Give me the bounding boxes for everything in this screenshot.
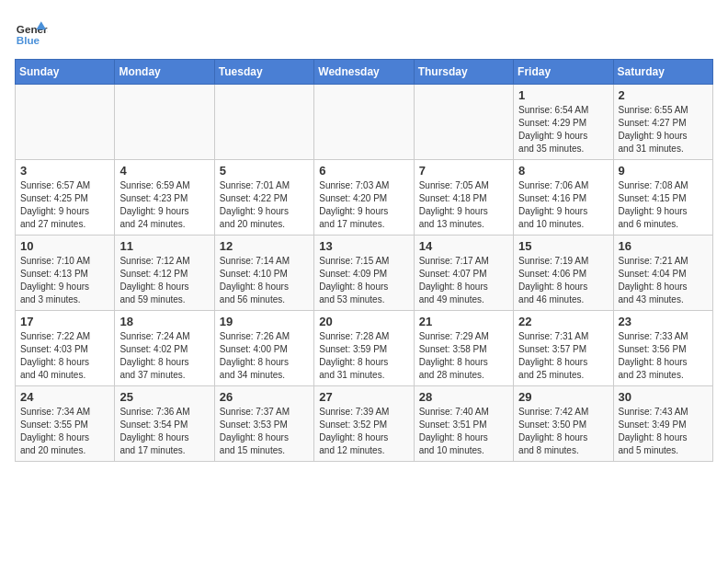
day-info: Sunrise: 7:01 AM Sunset: 4:22 PM Dayligh…	[220, 179, 309, 231]
calendar-cell: 23Sunrise: 7:33 AM Sunset: 3:56 PM Dayli…	[613, 311, 712, 386]
calendar-week-row: 24Sunrise: 7:34 AM Sunset: 3:55 PM Dayli…	[16, 386, 713, 462]
column-header-saturday: Saturday	[613, 60, 712, 85]
calendar-week-row: 17Sunrise: 7:22 AM Sunset: 4:03 PM Dayli…	[16, 311, 713, 386]
calendar-cell: 13Sunrise: 7:15 AM Sunset: 4:09 PM Dayli…	[314, 236, 414, 311]
column-header-friday: Friday	[514, 60, 613, 85]
calendar-cell	[214, 85, 313, 160]
day-info: Sunrise: 7:26 AM Sunset: 4:00 PM Dayligh…	[220, 330, 309, 382]
day-number: 3	[20, 164, 109, 178]
day-number: 13	[319, 239, 408, 253]
column-header-sunday: Sunday	[16, 60, 115, 85]
day-info: Sunrise: 6:57 AM Sunset: 4:25 PM Dayligh…	[20, 179, 109, 231]
svg-text:Blue: Blue	[17, 34, 40, 46]
day-number: 19	[220, 315, 309, 328]
calendar-cell: 18Sunrise: 7:24 AM Sunset: 4:02 PM Dayli…	[115, 311, 214, 386]
day-number: 7	[419, 164, 508, 178]
day-info: Sunrise: 7:03 AM Sunset: 4:20 PM Dayligh…	[319, 179, 408, 231]
calendar-week-row: 3Sunrise: 6:57 AM Sunset: 4:25 PM Daylig…	[16, 160, 713, 236]
calendar-cell: 19Sunrise: 7:26 AM Sunset: 4:00 PM Dayli…	[214, 311, 313, 386]
day-info: Sunrise: 7:31 AM Sunset: 3:57 PM Dayligh…	[518, 330, 608, 382]
day-info: Sunrise: 7:21 AM Sunset: 4:04 PM Dayligh…	[619, 255, 708, 306]
day-info: Sunrise: 7:40 AM Sunset: 3:51 PM Dayligh…	[419, 406, 508, 457]
day-info: Sunrise: 7:06 AM Sunset: 4:16 PM Dayligh…	[518, 179, 608, 231]
column-header-wednesday: Wednesday	[314, 60, 414, 85]
calendar-cell	[115, 85, 214, 160]
day-info: Sunrise: 7:29 AM Sunset: 3:58 PM Dayligh…	[419, 330, 508, 382]
day-info: Sunrise: 7:05 AM Sunset: 4:18 PM Dayligh…	[419, 179, 508, 231]
calendar-cell: 10Sunrise: 7:10 AM Sunset: 4:13 PM Dayli…	[16, 236, 115, 311]
logo: General Blue	[15, 15, 48, 48]
day-number: 16	[619, 239, 708, 253]
day-number: 1	[518, 88, 608, 102]
calendar-cell: 27Sunrise: 7:39 AM Sunset: 3:52 PM Dayli…	[314, 386, 414, 462]
day-info: Sunrise: 7:19 AM Sunset: 4:06 PM Dayligh…	[518, 255, 608, 306]
day-number: 15	[518, 239, 608, 253]
column-header-thursday: Thursday	[414, 60, 513, 85]
day-number: 28	[419, 390, 508, 404]
calendar-cell: 29Sunrise: 7:42 AM Sunset: 3:50 PM Dayli…	[514, 386, 613, 462]
day-info: Sunrise: 7:10 AM Sunset: 4:13 PM Dayligh…	[20, 255, 109, 306]
calendar-week-row: 1Sunrise: 6:54 AM Sunset: 4:29 PM Daylig…	[16, 85, 713, 160]
day-info: Sunrise: 7:24 AM Sunset: 4:02 PM Dayligh…	[119, 330, 209, 382]
day-info: Sunrise: 7:37 AM Sunset: 3:53 PM Dayligh…	[220, 406, 309, 457]
day-info: Sunrise: 7:14 AM Sunset: 4:10 PM Dayligh…	[220, 255, 309, 306]
calendar-cell	[314, 85, 414, 160]
day-number: 9	[619, 164, 708, 178]
day-info: Sunrise: 7:33 AM Sunset: 3:56 PM Dayligh…	[619, 330, 708, 382]
calendar-cell: 26Sunrise: 7:37 AM Sunset: 3:53 PM Dayli…	[214, 386, 313, 462]
day-info: Sunrise: 7:15 AM Sunset: 4:09 PM Dayligh…	[319, 255, 408, 306]
day-info: Sunrise: 7:17 AM Sunset: 4:07 PM Dayligh…	[419, 255, 508, 306]
day-info: Sunrise: 7:42 AM Sunset: 3:50 PM Dayligh…	[518, 406, 608, 457]
calendar-cell: 9Sunrise: 7:08 AM Sunset: 4:15 PM Daylig…	[613, 160, 712, 236]
day-number: 11	[119, 239, 209, 253]
column-header-monday: Monday	[115, 60, 214, 85]
day-number: 2	[619, 88, 708, 102]
day-number: 12	[220, 239, 309, 253]
calendar-cell: 1Sunrise: 6:54 AM Sunset: 4:29 PM Daylig…	[514, 85, 613, 160]
day-number: 4	[119, 164, 209, 178]
calendar-cell: 14Sunrise: 7:17 AM Sunset: 4:07 PM Dayli…	[414, 236, 513, 311]
day-number: 14	[419, 239, 508, 253]
day-number: 20	[319, 315, 408, 328]
calendar-cell: 7Sunrise: 7:05 AM Sunset: 4:18 PM Daylig…	[414, 160, 513, 236]
day-number: 30	[619, 390, 708, 404]
column-header-tuesday: Tuesday	[214, 60, 313, 85]
calendar-cell	[414, 85, 513, 160]
day-number: 17	[20, 315, 109, 328]
calendar-cell: 4Sunrise: 6:59 AM Sunset: 4:23 PM Daylig…	[115, 160, 214, 236]
day-info: Sunrise: 7:28 AM Sunset: 3:59 PM Dayligh…	[319, 330, 408, 382]
calendar-cell: 17Sunrise: 7:22 AM Sunset: 4:03 PM Dayli…	[16, 311, 115, 386]
day-number: 21	[419, 315, 508, 328]
day-info: Sunrise: 7:43 AM Sunset: 3:49 PM Dayligh…	[619, 406, 708, 457]
calendar-cell: 22Sunrise: 7:31 AM Sunset: 3:57 PM Dayli…	[514, 311, 613, 386]
day-number: 18	[119, 315, 209, 328]
day-number: 23	[619, 315, 708, 328]
day-info: Sunrise: 6:54 AM Sunset: 4:29 PM Dayligh…	[518, 104, 608, 155]
calendar-cell	[16, 85, 115, 160]
day-info: Sunrise: 6:59 AM Sunset: 4:23 PM Dayligh…	[119, 179, 209, 231]
day-info: Sunrise: 7:12 AM Sunset: 4:12 PM Dayligh…	[119, 255, 209, 306]
logo-icon: General Blue	[15, 15, 48, 48]
day-number: 29	[518, 390, 608, 404]
calendar-cell: 16Sunrise: 7:21 AM Sunset: 4:04 PM Dayli…	[613, 236, 712, 311]
day-number: 25	[119, 390, 209, 404]
day-info: Sunrise: 7:36 AM Sunset: 3:54 PM Dayligh…	[119, 406, 209, 457]
day-number: 27	[319, 390, 408, 404]
calendar-cell: 20Sunrise: 7:28 AM Sunset: 3:59 PM Dayli…	[314, 311, 414, 386]
calendar-cell: 24Sunrise: 7:34 AM Sunset: 3:55 PM Dayli…	[16, 386, 115, 462]
calendar-cell: 30Sunrise: 7:43 AM Sunset: 3:49 PM Dayli…	[613, 386, 712, 462]
day-info: Sunrise: 7:34 AM Sunset: 3:55 PM Dayligh…	[20, 406, 109, 457]
day-number: 22	[518, 315, 608, 328]
calendar-cell: 28Sunrise: 7:40 AM Sunset: 3:51 PM Dayli…	[414, 386, 513, 462]
calendar-cell: 5Sunrise: 7:01 AM Sunset: 4:22 PM Daylig…	[214, 160, 313, 236]
calendar-cell: 21Sunrise: 7:29 AM Sunset: 3:58 PM Dayli…	[414, 311, 513, 386]
calendar-cell: 2Sunrise: 6:55 AM Sunset: 4:27 PM Daylig…	[613, 85, 712, 160]
calendar-cell: 15Sunrise: 7:19 AM Sunset: 4:06 PM Dayli…	[514, 236, 613, 311]
day-number: 26	[220, 390, 309, 404]
calendar-cell: 11Sunrise: 7:12 AM Sunset: 4:12 PM Dayli…	[115, 236, 214, 311]
day-number: 10	[20, 239, 109, 253]
calendar-cell: 12Sunrise: 7:14 AM Sunset: 4:10 PM Dayli…	[214, 236, 313, 311]
page-header: General Blue	[15, 15, 713, 48]
day-number: 8	[518, 164, 608, 178]
calendar-table: SundayMondayTuesdayWednesdayThursdayFrid…	[15, 59, 713, 462]
